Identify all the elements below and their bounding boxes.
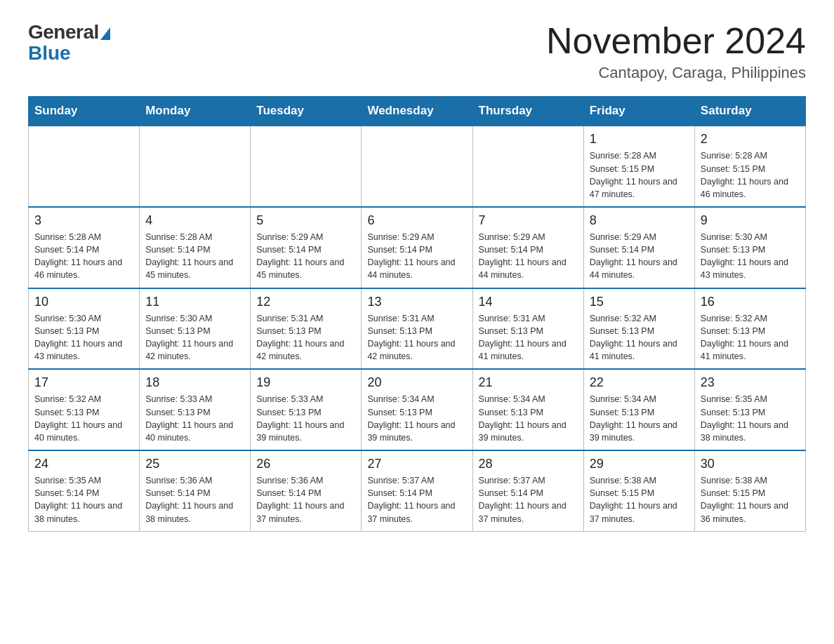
day-number: 23 xyxy=(701,374,800,391)
day-number: 18 xyxy=(145,374,244,391)
day-number: 3 xyxy=(34,212,133,229)
col-thursday: Thursday xyxy=(472,97,583,126)
calendar-cell: 18Sunrise: 5:33 AMSunset: 5:13 PMDayligh… xyxy=(140,369,251,450)
calendar-cell: 2Sunrise: 5:28 AMSunset: 5:15 PMDaylight… xyxy=(694,126,805,207)
day-number: 28 xyxy=(479,455,578,473)
col-friday: Friday xyxy=(583,97,694,126)
day-number: 27 xyxy=(367,455,466,473)
day-number: 22 xyxy=(590,374,689,391)
col-saturday: Saturday xyxy=(694,97,805,126)
day-info: Sunrise: 5:35 AMSunset: 5:13 PMDaylight:… xyxy=(701,393,800,444)
calendar-week-row-4: 17Sunrise: 5:32 AMSunset: 5:13 PMDayligh… xyxy=(29,369,806,450)
calendar-week-row-1: 1Sunrise: 5:28 AMSunset: 5:15 PMDaylight… xyxy=(29,126,806,207)
calendar-cell: 17Sunrise: 5:32 AMSunset: 5:13 PMDayligh… xyxy=(29,369,140,450)
calendar-cell: 22Sunrise: 5:34 AMSunset: 5:13 PMDayligh… xyxy=(583,369,694,450)
calendar-week-row-3: 10Sunrise: 5:30 AMSunset: 5:13 PMDayligh… xyxy=(29,288,806,370)
page-container: General Blue November 2024 Cantapoy, Car… xyxy=(0,0,834,553)
day-info: Sunrise: 5:30 AMSunset: 5:13 PMDaylight:… xyxy=(34,312,133,363)
header: General Blue November 2024 Cantapoy, Car… xyxy=(28,21,806,82)
day-info: Sunrise: 5:34 AMSunset: 5:13 PMDaylight:… xyxy=(590,393,689,444)
day-info: Sunrise: 5:29 AMSunset: 5:14 PMDaylight:… xyxy=(590,231,689,282)
calendar-cell xyxy=(140,126,251,207)
day-number: 14 xyxy=(479,293,578,311)
col-wednesday: Wednesday xyxy=(362,97,472,126)
day-info: Sunrise: 5:30 AMSunset: 5:13 PMDaylight:… xyxy=(145,312,244,363)
calendar-cell: 5Sunrise: 5:29 AMSunset: 5:14 PMDaylight… xyxy=(251,207,362,288)
calendar-cell xyxy=(472,126,583,207)
col-monday: Monday xyxy=(140,97,251,126)
calendar-cell: 26Sunrise: 5:36 AMSunset: 5:14 PMDayligh… xyxy=(251,450,362,531)
day-info: Sunrise: 5:28 AMSunset: 5:14 PMDaylight:… xyxy=(145,231,244,282)
day-info: Sunrise: 5:31 AMSunset: 5:13 PMDaylight:… xyxy=(367,312,466,363)
calendar-header-row: Sunday Monday Tuesday Wednesday Thursday… xyxy=(29,97,806,126)
calendar-cell: 13Sunrise: 5:31 AMSunset: 5:13 PMDayligh… xyxy=(362,288,472,370)
logo-text: General xyxy=(28,21,110,43)
day-info: Sunrise: 5:28 AMSunset: 5:15 PMDaylight:… xyxy=(701,149,800,201)
month-title: November 2024 xyxy=(546,21,806,61)
day-number: 10 xyxy=(34,293,133,311)
day-number: 16 xyxy=(701,293,800,311)
logo-general-text: General xyxy=(28,21,99,43)
calendar-cell: 11Sunrise: 5:30 AMSunset: 5:13 PMDayligh… xyxy=(140,288,251,370)
calendar-cell: 10Sunrise: 5:30 AMSunset: 5:13 PMDayligh… xyxy=(29,288,140,370)
day-info: Sunrise: 5:34 AMSunset: 5:13 PMDaylight:… xyxy=(367,393,466,444)
day-info: Sunrise: 5:32 AMSunset: 5:13 PMDaylight:… xyxy=(590,312,689,363)
day-info: Sunrise: 5:31 AMSunset: 5:13 PMDaylight:… xyxy=(256,312,355,363)
calendar-cell xyxy=(362,126,472,207)
calendar-cell: 14Sunrise: 5:31 AMSunset: 5:13 PMDayligh… xyxy=(472,288,583,370)
calendar-week-row-5: 24Sunrise: 5:35 AMSunset: 5:14 PMDayligh… xyxy=(29,450,806,531)
day-info: Sunrise: 5:33 AMSunset: 5:13 PMDaylight:… xyxy=(256,393,355,444)
day-info: Sunrise: 5:29 AMSunset: 5:14 PMDaylight:… xyxy=(256,231,355,282)
day-number: 5 xyxy=(256,212,355,229)
col-tuesday: Tuesday xyxy=(251,97,362,126)
calendar-cell: 25Sunrise: 5:36 AMSunset: 5:14 PMDayligh… xyxy=(140,450,251,531)
calendar-cell: 9Sunrise: 5:30 AMSunset: 5:13 PMDaylight… xyxy=(694,207,805,288)
day-info: Sunrise: 5:29 AMSunset: 5:14 PMDaylight:… xyxy=(479,231,578,282)
day-info: Sunrise: 5:36 AMSunset: 5:14 PMDaylight:… xyxy=(256,474,355,525)
day-number: 11 xyxy=(145,293,244,311)
calendar-cell: 23Sunrise: 5:35 AMSunset: 5:13 PMDayligh… xyxy=(694,369,805,450)
day-number: 25 xyxy=(145,455,244,473)
day-info: Sunrise: 5:38 AMSunset: 5:15 PMDaylight:… xyxy=(590,474,689,525)
day-number: 20 xyxy=(367,374,466,391)
day-info: Sunrise: 5:31 AMSunset: 5:13 PMDaylight:… xyxy=(479,312,578,363)
day-info: Sunrise: 5:29 AMSunset: 5:14 PMDaylight:… xyxy=(367,231,466,282)
day-info: Sunrise: 5:32 AMSunset: 5:13 PMDaylight:… xyxy=(34,393,133,444)
day-number: 6 xyxy=(367,212,466,229)
calendar-cell: 27Sunrise: 5:37 AMSunset: 5:14 PMDayligh… xyxy=(362,450,472,531)
day-number: 8 xyxy=(590,212,689,229)
day-number: 30 xyxy=(701,455,800,473)
calendar-cell: 21Sunrise: 5:34 AMSunset: 5:13 PMDayligh… xyxy=(472,369,583,450)
day-number: 7 xyxy=(479,212,578,229)
calendar-cell: 28Sunrise: 5:37 AMSunset: 5:14 PMDayligh… xyxy=(472,450,583,531)
day-info: Sunrise: 5:28 AMSunset: 5:14 PMDaylight:… xyxy=(34,231,133,282)
location-title: Cantapoy, Caraga, Philippines xyxy=(546,64,806,82)
col-sunday: Sunday xyxy=(29,97,140,126)
day-number: 17 xyxy=(34,374,133,391)
day-info: Sunrise: 5:35 AMSunset: 5:14 PMDaylight:… xyxy=(34,474,133,525)
day-info: Sunrise: 5:28 AMSunset: 5:15 PMDaylight:… xyxy=(590,149,689,201)
day-info: Sunrise: 5:33 AMSunset: 5:13 PMDaylight:… xyxy=(145,393,244,444)
calendar-table: Sunday Monday Tuesday Wednesday Thursday… xyxy=(28,96,806,531)
day-number: 19 xyxy=(256,374,355,391)
day-info: Sunrise: 5:30 AMSunset: 5:13 PMDaylight:… xyxy=(701,231,800,282)
day-number: 24 xyxy=(34,455,133,473)
calendar-cell xyxy=(29,126,140,207)
calendar-cell: 30Sunrise: 5:38 AMSunset: 5:15 PMDayligh… xyxy=(694,450,805,531)
day-number: 13 xyxy=(367,293,466,311)
calendar-cell: 4Sunrise: 5:28 AMSunset: 5:14 PMDaylight… xyxy=(140,207,251,288)
calendar-cell: 16Sunrise: 5:32 AMSunset: 5:13 PMDayligh… xyxy=(694,288,805,370)
logo: General Blue xyxy=(28,21,110,65)
day-number: 2 xyxy=(701,130,800,148)
calendar-cell: 7Sunrise: 5:29 AMSunset: 5:14 PMDaylight… xyxy=(472,207,583,288)
day-info: Sunrise: 5:38 AMSunset: 5:15 PMDaylight:… xyxy=(701,474,800,525)
calendar-cell xyxy=(251,126,362,207)
logo-triangle-icon xyxy=(100,27,110,40)
day-number: 26 xyxy=(256,455,355,473)
calendar-week-row-2: 3Sunrise: 5:28 AMSunset: 5:14 PMDaylight… xyxy=(29,207,806,288)
calendar-cell: 12Sunrise: 5:31 AMSunset: 5:13 PMDayligh… xyxy=(251,288,362,370)
calendar-cell: 6Sunrise: 5:29 AMSunset: 5:14 PMDaylight… xyxy=(362,207,472,288)
day-info: Sunrise: 5:36 AMSunset: 5:14 PMDaylight:… xyxy=(145,474,244,525)
day-info: Sunrise: 5:37 AMSunset: 5:14 PMDaylight:… xyxy=(479,474,578,525)
day-number: 15 xyxy=(590,293,689,311)
